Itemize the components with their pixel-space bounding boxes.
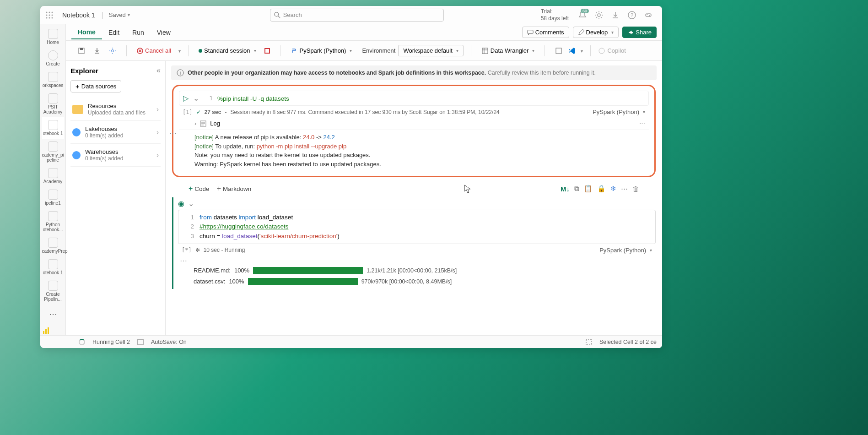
search-input[interactable]: Search (270, 9, 444, 22)
pencil-icon (578, 29, 584, 36)
explorer-lakehouses[interactable]: Lakehouses0 item(s) added (70, 121, 161, 144)
progress-bar (248, 278, 358, 285)
cell-side-menu[interactable]: ⋯ (169, 129, 177, 137)
settings-toolbar-button[interactable] (106, 45, 119, 56)
data-sources-button[interactable]: +Data sources (70, 80, 121, 92)
running-indicator-icon[interactable]: ◉ (178, 199, 184, 208)
add-markdown-button[interactable]: +Markdown (217, 185, 252, 193)
expand-log-chevron[interactable]: › (194, 120, 196, 127)
stop-icon (264, 48, 270, 54)
cell-menu-chevron[interactable]: ⌄ (188, 199, 194, 208)
add-code-button[interactable]: +Code (189, 185, 210, 193)
svg-point-26 (599, 48, 604, 54)
rail-create-pipeline[interactable]: Create Pipelin... (42, 278, 64, 304)
copilot-button[interactable]: Copilot (607, 47, 625, 54)
rail-workspaces[interactable]: orkspaces (42, 69, 64, 91)
tab-run[interactable]: Run (126, 26, 151, 39)
svg-point-11 (598, 14, 600, 16)
explorer-warehouses[interactable]: Warehouses0 item(s) added (70, 144, 161, 167)
svg-point-0 (46, 11, 48, 13)
cell-menu-chevron[interactable]: ⌄ (193, 94, 199, 103)
session-dropdown[interactable]: Standard session (196, 45, 259, 56)
code-content[interactable]: %pip install -U -q datasets (217, 95, 289, 102)
python-icon (291, 47, 298, 54)
collapse-explorer-icon[interactable]: « (156, 66, 161, 75)
comments-button[interactable]: Comments (522, 27, 569, 38)
notifications-icon[interactable]: 69 (578, 11, 587, 20)
cell-more-icon[interactable]: ⋯ (639, 120, 645, 127)
svg-point-8 (52, 17, 53, 18)
notebook-main: i Other people in your organization may … (166, 61, 662, 348)
save-button[interactable] (75, 45, 88, 56)
run-cell-button[interactable]: ▷ (183, 94, 189, 103)
settings-icon[interactable] (594, 11, 604, 20)
svg-rect-34 (586, 339, 592, 345)
delete-icon[interactable]: 🗑 (632, 185, 639, 193)
cancel-all-button[interactable]: Cancel all (134, 45, 174, 56)
status-running: Running Cell 2 (92, 339, 130, 345)
stop-button[interactable] (262, 46, 273, 55)
rail-academy-pipeline[interactable]: cademy_pi peline (42, 139, 64, 165)
copy-icon[interactable]: ⧉ (574, 185, 579, 193)
download-button[interactable] (91, 45, 103, 56)
cell-kernel-dropdown[interactable]: PySpark (Python) (599, 247, 652, 254)
exec-status: Session ready in 8 sec 977 ms. Command e… (230, 109, 499, 115)
rail-home[interactable]: Home (42, 26, 64, 48)
rail-academy[interactable]: Academy (42, 165, 64, 187)
vscode-dropdown[interactable] (579, 47, 583, 54)
rail-notebook1b[interactable]: otebook 1 (42, 256, 64, 278)
table-icon (481, 47, 489, 54)
cell-kernel-dropdown[interactable]: PySpark (Python) (593, 109, 645, 115)
rail-psit[interactable]: PSIT Academy (42, 91, 64, 117)
info-icon: i (177, 69, 184, 76)
saved-status-dropdown[interactable]: Saved (106, 11, 133, 19)
link-icon[interactable] (644, 11, 653, 20)
comment-icon (527, 29, 534, 36)
rail-create[interactable]: Create (42, 48, 64, 69)
data-wrangler-dropdown[interactable]: Data Wrangler (479, 45, 538, 56)
add-cell-row: +Code +Markdown M↓ ⧉ 📋 🔒 ❄ ⋯ 🗑 (166, 182, 662, 196)
folder-icon (72, 105, 83, 114)
share-button[interactable]: Share (622, 27, 657, 38)
markdown-toggle-icon[interactable]: M↓ (561, 185, 570, 193)
tab-home[interactable]: Home (71, 26, 102, 39)
more-icon[interactable]: ⋯ (621, 185, 628, 193)
rail-more[interactable]: ⋯ (44, 304, 62, 324)
lock-icon[interactable]: 🔒 (597, 185, 606, 193)
svg-point-3 (46, 14, 48, 16)
rail-notebook1[interactable]: otebook 1 (42, 117, 64, 139)
notebook-title[interactable]: Notebook 1 (62, 11, 95, 19)
selection-icon (586, 339, 592, 345)
app-launcher-icon[interactable] (46, 11, 53, 19)
status-autosave[interactable]: AutoSave: On (151, 339, 187, 345)
tab-edit[interactable]: Edit (102, 26, 126, 39)
progress-row-dataset: dataset.csv: 100% 970k/970k [00:00<00:00… (178, 276, 656, 287)
vscode-icon[interactable] (568, 47, 576, 55)
kernel-dropdown[interactable]: PySpark (Python) (288, 45, 355, 56)
autosave-icon (137, 339, 144, 345)
explorer-resources[interactable]: ResourcesUploaded data and files (70, 98, 161, 121)
cell-side-menu[interactable]: ⋯ (178, 256, 656, 265)
log-label[interactable]: Log (210, 120, 220, 127)
chevron-right-icon (156, 151, 159, 159)
chevron-right-icon (156, 105, 159, 114)
cell-output: [notice] A new release of pip is availab… (179, 130, 649, 170)
cancel-dropdown[interactable] (177, 47, 181, 54)
develop-dropdown[interactable]: Develop (573, 27, 619, 38)
rail-academyprep[interactable]: cademyPrep (42, 235, 64, 256)
code-editor[interactable]: 1from datasets import load_dataset 2#htt… (178, 210, 656, 244)
download-icon[interactable] (611, 11, 620, 20)
tab-view[interactable]: View (151, 26, 177, 39)
explorer-panel: Explorer « +Data sources ResourcesUpload… (66, 61, 166, 348)
workspace-dropdown[interactable]: Workspace default (398, 45, 463, 56)
svg-point-7 (49, 17, 50, 18)
rail-pipeline1[interactable]: ipeline1 (42, 187, 64, 208)
freeze-icon[interactable]: ❄ (610, 185, 616, 193)
help-icon[interactable]: ? (627, 11, 636, 20)
cell-2: ◉ ⌄ 1from datasets import load_dataset 2… (172, 197, 656, 289)
rail-python-notebook[interactable]: Python otebook... (42, 208, 64, 235)
vscode-link-button[interactable] (552, 45, 565, 56)
clipboard-icon[interactable]: 📋 (584, 185, 593, 193)
cell-toolbar: M↓ ⧉ 📋 🔒 ❄ ⋯ 🗑 (561, 185, 639, 193)
svg-line-10 (278, 16, 280, 17)
